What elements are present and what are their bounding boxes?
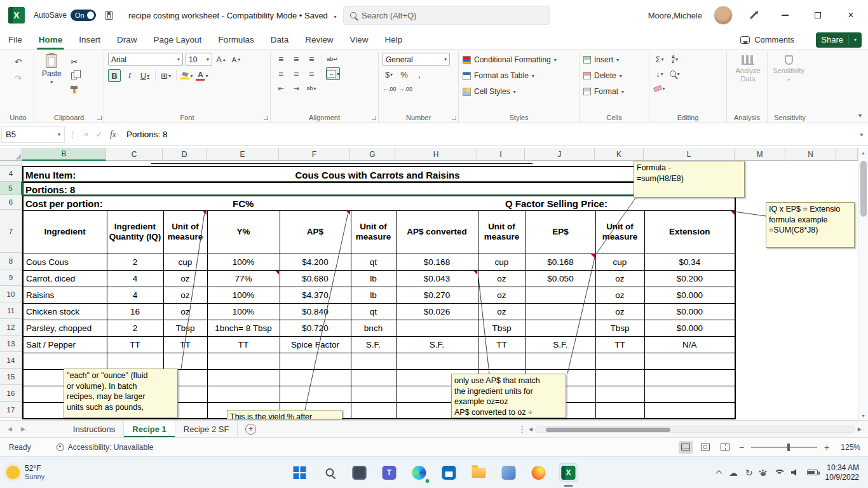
taskbar-app-task-view[interactable]	[350, 463, 369, 482]
row-header-12[interactable]: 12	[0, 319, 22, 336]
taskbar-app-firefox[interactable]	[529, 463, 548, 482]
cell[interactable]: oz	[163, 270, 207, 287]
cancel-icon[interactable]: ×	[80, 130, 93, 139]
tab-file[interactable]: File	[0, 30, 31, 50]
orientation-button[interactable]: ab▾	[305, 82, 318, 95]
note-extension[interactable]: IQ x EP$ = Extensio formula example =SUM…	[766, 202, 855, 248]
taskbar-app-edge[interactable]	[410, 463, 429, 482]
tab-data[interactable]: Data	[262, 30, 297, 50]
cell[interactable]: 1bnch= 8 Tbsp	[207, 320, 280, 336]
cell[interactable]: N/A	[644, 336, 735, 353]
sensitivity-button[interactable]: Sensitivity ▾	[771, 55, 806, 83]
cell[interactable]: $0.34	[644, 254, 735, 270]
battery-icon[interactable]	[807, 470, 818, 475]
italic-button[interactable]: I	[123, 69, 136, 82]
analyze-data-button[interactable]: Analyze Data	[731, 55, 765, 83]
vertical-scroll-thumb[interactable]	[860, 161, 867, 217]
format-cells-button[interactable]: Format ▾	[583, 85, 645, 98]
new-sheet-button[interactable]: +	[245, 424, 256, 435]
maximize-button[interactable]	[807, 0, 829, 30]
cell[interactable]	[163, 353, 207, 369]
format-as-table-button[interactable]: Format as Table ▾	[463, 69, 575, 83]
scroll-tabs-right-icon[interactable]: ▶	[21, 426, 25, 432]
zoom-in-button[interactable]: +	[823, 442, 831, 452]
column-header-K[interactable]: K	[595, 148, 644, 161]
percent-style-button[interactable]: %	[398, 68, 410, 81]
insert-function-icon[interactable]: fx	[105, 130, 121, 140]
cell[interactable]: 100%	[207, 303, 280, 320]
cell[interactable]	[478, 353, 526, 369]
normal-view-button[interactable]	[679, 441, 693, 454]
zoom-out-button[interactable]: −	[738, 442, 745, 452]
cell[interactable]	[644, 353, 735, 369]
cell[interactable]	[280, 369, 351, 386]
cell[interactable]: oz	[163, 287, 207, 303]
header-cell[interactable]: Extension	[644, 210, 735, 254]
comments-button[interactable]: Comments	[740, 35, 794, 44]
cell[interactable]: TT	[163, 336, 207, 353]
column-header-D[interactable]: D	[163, 148, 207, 161]
horizontal-scrollbar[interactable]: ◀ ▶	[529, 426, 862, 433]
cell[interactable]: cup	[478, 254, 526, 270]
cell[interactable]: 4	[107, 287, 163, 303]
row-header-15[interactable]: 15	[0, 369, 22, 385]
cell[interactable]: 2	[107, 254, 163, 270]
cell[interactable]: TT	[107, 336, 163, 353]
insert-cells-button[interactable]: Insert ▾	[583, 53, 645, 67]
row-header-4[interactable]: 4	[0, 166, 22, 182]
header-cell[interactable]: Ingredient	[23, 210, 107, 254]
cell[interactable]: $0.000	[644, 320, 735, 336]
row-header-17[interactable]: 17	[0, 402, 22, 418]
cell[interactable]	[207, 386, 280, 402]
weather-widget[interactable]: 52°F Sunny	[6, 464, 44, 482]
column-header-C[interactable]: C	[106, 148, 163, 161]
cell[interactable]	[107, 353, 163, 369]
cell[interactable]: Tbsp	[595, 320, 644, 336]
cell[interactable]: oz	[478, 303, 526, 320]
top-align-button[interactable]: ≡	[275, 53, 287, 65]
page-layout-view-button[interactable]	[698, 441, 712, 454]
cell[interactable]	[595, 402, 644, 419]
font-size-combo[interactable]: 10 ▾	[186, 53, 212, 66]
find-select-button[interactable]: ▾	[668, 67, 681, 80]
header-cell[interactable]: Unit of measure	[351, 210, 396, 254]
minimize-button[interactable]	[774, 0, 796, 30]
cell[interactable]	[351, 402, 396, 419]
align-center-button[interactable]: ≡	[290, 67, 302, 80]
cell[interactable]: $0.168	[396, 254, 478, 270]
row-header-6[interactable]: 6	[0, 195, 22, 210]
cell[interactable]	[595, 353, 644, 369]
document-title[interactable]: recipe costing worksheet - Compatibility…	[128, 11, 336, 20]
save-icon[interactable]	[105, 11, 113, 20]
middle-align-button[interactable]: ≡	[290, 53, 302, 65]
format-painter-button[interactable]	[68, 83, 81, 96]
cell[interactable]	[280, 353, 351, 369]
collapse-ribbon-icon[interactable]: ▾	[858, 112, 862, 119]
column-header-N[interactable]: N	[785, 148, 836, 161]
row-header-13[interactable]: 13	[0, 336, 22, 352]
column-header-B[interactable]: B	[22, 148, 106, 161]
volume-icon[interactable]	[791, 469, 799, 476]
header-cell[interactable]: Y%	[207, 210, 280, 254]
note-ap-match[interactable]: only use AP$ that match the ingredient u…	[451, 374, 566, 418]
scroll-right-icon[interactable]: ▶	[858, 426, 862, 432]
cell[interactable]	[644, 386, 735, 402]
cell[interactable]	[351, 386, 396, 402]
row-header-5[interactable]: 5	[0, 182, 22, 195]
tab-review[interactable]: Review	[297, 30, 341, 50]
scroll-down-icon[interactable]: ▼	[858, 411, 868, 420]
cell[interactable]: 77%	[207, 270, 280, 287]
clock[interactable]: 10:34 AM 10/9/2022	[825, 463, 862, 482]
font-color-button[interactable]: A ▾	[196, 69, 208, 82]
cell[interactable]: qt	[351, 303, 396, 320]
zoom-level[interactable]: 125%	[836, 443, 860, 452]
cell[interactable]	[207, 353, 280, 369]
cell[interactable]	[207, 369, 280, 386]
cell[interactable]: Cous Cous	[23, 254, 107, 270]
header-cell[interactable]: Unit of measure	[478, 210, 526, 254]
cell[interactable]	[644, 402, 735, 419]
cell[interactable]: $0.168	[526, 254, 595, 270]
header-cell[interactable]: EP$	[526, 210, 595, 254]
sheet-tab-instructions[interactable]: Instructions	[65, 421, 124, 437]
decrease-decimal-button[interactable]: →.00	[399, 83, 413, 95]
